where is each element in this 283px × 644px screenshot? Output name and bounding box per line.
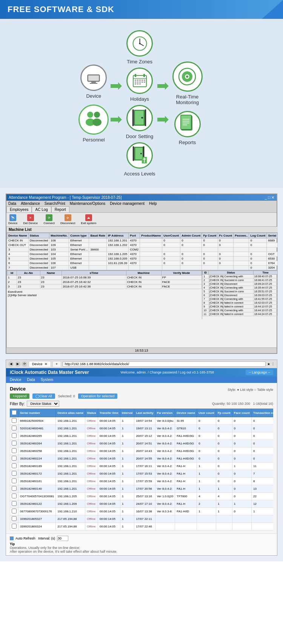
- th-product: ProductName: [140, 233, 162, 238]
- device-cell-8-9: 1: [197, 478, 216, 485]
- device-cell-1-2: 192.168.1.201: [56, 425, 85, 432]
- row-checkbox-9[interactable]: [12, 486, 17, 491]
- holidays-label: Holidays: [130, 96, 149, 102]
- device-cell-2-12: 0: [251, 432, 273, 440]
- btn-disconnect[interactable]: ⊘ Disconnect: [60, 214, 75, 225]
- clear-all-btn[interactable]: ◯Clear All: [32, 393, 55, 399]
- menu-searchprint[interactable]: Search/Print: [45, 201, 65, 206]
- nav-data[interactable]: Data: [27, 378, 35, 382]
- machine-cell-4-2: 105: [49, 257, 69, 261]
- row-checkbox-7[interactable]: [12, 471, 17, 476]
- personnel-icon: [83, 109, 104, 130]
- operation-btn[interactable]: Operation for selected: [78, 393, 118, 399]
- accesslevels-item: Access Levels: [124, 142, 155, 177]
- device-row-8: 3929182460161192.168.1.201Offline00:00:1…: [10, 478, 274, 485]
- machine-cell-5-12: [234, 261, 249, 266]
- auto-refresh-checkbox[interactable]: [10, 536, 14, 540]
- row-checkbox-0[interactable]: [12, 418, 17, 423]
- log-cell-1-0: 2: [203, 278, 209, 282]
- th-interval: Interval: [120, 409, 134, 417]
- append-btn[interactable]: +Append: [10, 393, 29, 399]
- device-cell-8-5: 1: [120, 478, 134, 485]
- device-cell-0-1: 66691825000504: [18, 417, 56, 425]
- url-bar[interactable]: http://192.168.1.88:8082/iclock/data/icl…: [63, 361, 266, 367]
- row-checkbox-12[interactable]: [12, 509, 17, 513]
- btn-exit[interactable]: ⏏ Exit system: [81, 214, 97, 225]
- row-checkbox-5[interactable]: [12, 456, 17, 461]
- screenshot2: ◀ ▶ ⟳ Device ✕ + http://192.168.1.88:808…: [6, 360, 277, 556]
- ss2-title-row: Device Style: ● List style ○ Table style: [10, 386, 273, 393]
- row-checkbox-8[interactable]: [12, 478, 17, 483]
- device-cell-5-1: 3929182460224: [18, 455, 56, 463]
- tab-report[interactable]: Report: [51, 206, 69, 212]
- device-cell-4-1: 3929182460258: [18, 447, 56, 455]
- device-cell-6-1: 3929182460189: [18, 463, 56, 470]
- menu-attendance[interactable]: Attendance: [21, 201, 40, 206]
- forward-btn[interactable]: ▶: [15, 361, 20, 367]
- timezones-label: Time Zones: [127, 59, 152, 65]
- nav-device[interactable]: Device: [10, 378, 22, 382]
- log-cell-9-0: 10: [203, 309, 209, 312]
- menu-devmgmt[interactable]: Device management: [110, 201, 145, 206]
- bottom-cell-1-3: 2018-07-25 16:42:32: [62, 280, 126, 284]
- device-cell-10-1: OGT70400570413O0081: [18, 493, 56, 500]
- svg-rect-14: [133, 75, 146, 87]
- row-checkbox-1[interactable]: [12, 426, 17, 430]
- log-row-2: 3[CHECK IN] Disconnect16:09:24 07-25: [203, 282, 278, 286]
- device-cell-0-11: 0: [232, 417, 251, 425]
- ss1-log-table: ID Status Time 1[CHECK IN] Connecting wi…: [202, 271, 278, 316]
- btn-device[interactable]: 📡 Device: [8, 214, 17, 225]
- tab-employees[interactable]: Employees: [6, 206, 32, 212]
- browser-tab-device[interactable]: Device ✕: [29, 361, 51, 367]
- row-checkbox-3[interactable]: [12, 441, 17, 446]
- device-cell-6-3: Offline: [85, 463, 98, 470]
- device-cell-0-9: 0: [197, 417, 216, 425]
- arrow-icon-4: [157, 114, 169, 127]
- filter-select[interactable]: Device Status: [27, 401, 59, 407]
- device-cell-3-2: 192.168.1.201: [56, 440, 85, 447]
- browser-tab-new[interactable]: +: [52, 361, 61, 367]
- th-fpcount: Fp Count: [202, 233, 218, 238]
- nav-system[interactable]: System: [41, 378, 53, 382]
- machine-cell-0-11: 0: [218, 238, 234, 243]
- device-cell-13-11: [232, 515, 251, 523]
- row-checkbox-6[interactable]: [12, 463, 17, 468]
- machine-cell-1-10: 0: [202, 243, 218, 247]
- machine-table-header-row: Device Name Status MachineNo. Comm type …: [7, 233, 278, 238]
- back-btn[interactable]: ◀: [8, 361, 14, 367]
- tab-aclog[interactable]: AC Log: [32, 206, 51, 212]
- menu-data[interactable]: Data: [8, 201, 16, 206]
- row-checkbox-11[interactable]: [12, 501, 17, 506]
- bottom-row-1: 223232018-07-25 16:42:32CHECK INFACE: [7, 280, 202, 284]
- row-checkbox-14[interactable]: [12, 524, 17, 529]
- menu-maintoptions[interactable]: Maintenance/Options: [70, 201, 106, 206]
- row-checkbox-2[interactable]: [12, 433, 17, 438]
- row-checkbox-10[interactable]: [12, 493, 17, 498]
- svg-rect-16: [135, 74, 136, 77]
- device-cell-3-10: 0: [216, 440, 232, 447]
- machine-cell-3-2: 104: [49, 252, 69, 257]
- row-checkbox-4[interactable]: [12, 448, 17, 453]
- interval-input[interactable]: [57, 536, 68, 541]
- select-all-checkbox[interactable]: [12, 410, 17, 415]
- ss1-title: Attendance Management Program - [ Temp-S…: [9, 195, 122, 200]
- device-cell-8-12: 8: [251, 478, 273, 485]
- btn-connect[interactable]: ⟳ Connect: [43, 214, 55, 225]
- device-item: Device: [80, 65, 107, 99]
- device-cell-10-11: 0: [232, 493, 251, 500]
- ss2-table-header-row: Serial number Device alias name Status T…: [10, 409, 274, 417]
- device-cell-3-11: 0: [232, 440, 251, 447]
- ss2-toolbar2: +Append ◯Clear All Selected: 0 Operation…: [10, 393, 273, 399]
- bottom-cell-1-0: 2: [7, 280, 17, 284]
- language-btn[interactable]: -- Language --: [246, 370, 273, 375]
- refresh-btn[interactable]: ⟳: [22, 361, 27, 367]
- bottom-cell-1-2: 23: [40, 280, 62, 284]
- th-machineno: MachineNo.: [49, 233, 69, 238]
- machine-cell-0-6: 4370: [129, 238, 140, 243]
- menu-help[interactable]: Help: [149, 201, 157, 206]
- ss1-bottom: Id Ac-No Name sTime Machine Verify Mode …: [7, 270, 278, 319]
- btn-del-device[interactable]: ✕ Del Device: [23, 214, 38, 225]
- row-checkbox-13[interactable]: [12, 516, 17, 521]
- diagram-section: Device Personnel: [0, 19, 283, 188]
- machine-cell-1-13: 0: [249, 243, 267, 247]
